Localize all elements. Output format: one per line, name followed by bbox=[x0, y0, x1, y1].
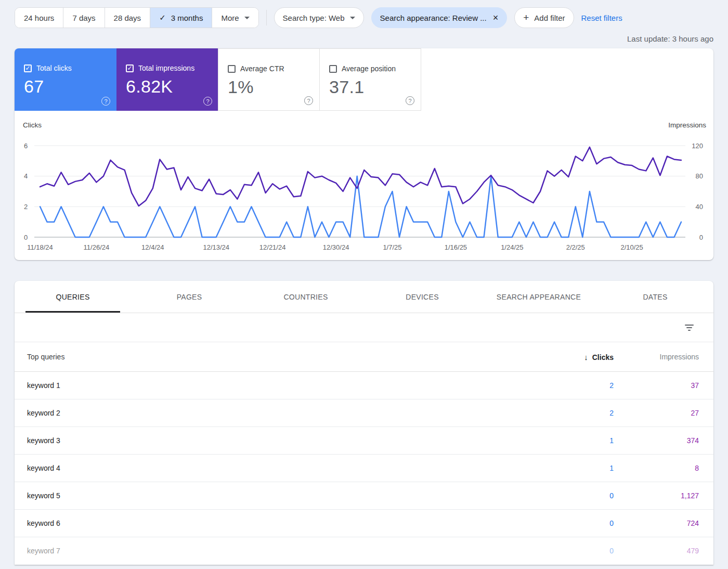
right-axis-title: Impressions bbox=[668, 121, 706, 129]
impressions-cell: 724 bbox=[614, 519, 713, 527]
checkbox-checked-icon[interactable]: ✓ bbox=[24, 64, 32, 72]
query-cell: keyword 1 bbox=[15, 381, 530, 390]
svg-text:1/7/25: 1/7/25 bbox=[383, 243, 401, 251]
clicks-impressions-line-chart: 02460408012011/18/2411/26/2412/4/2412/13… bbox=[15, 130, 713, 255]
clicks-cell: 1 bbox=[530, 436, 614, 445]
help-icon[interactable]: ? bbox=[203, 97, 212, 106]
query-cell: keyword 3 bbox=[15, 436, 530, 445]
impressions-cell: 374 bbox=[614, 436, 713, 445]
performance-overview-card: ✓ Total clicks 67 ? ✓ Total impressions … bbox=[15, 48, 713, 260]
svg-text:40: 40 bbox=[696, 203, 703, 211]
svg-text:12/13/24: 12/13/24 bbox=[203, 243, 229, 251]
total-impressions-tile[interactable]: ✓ Total impressions 6.82K ? bbox=[116, 48, 218, 111]
clicks-cell: 0 bbox=[530, 492, 614, 500]
average-position-tile[interactable]: Average position 37.1 ? bbox=[319, 48, 421, 111]
search-type-chip[interactable]: Search type: Web bbox=[274, 7, 364, 28]
range-label: 24 hours bbox=[24, 14, 54, 22]
range-24-hours[interactable]: 24 hours bbox=[15, 8, 63, 28]
left-axis-title: Clicks bbox=[23, 121, 42, 129]
query-cell: keyword 6 bbox=[15, 519, 530, 527]
add-filter-label: Add filter bbox=[534, 14, 565, 22]
metric-value: 6.82K bbox=[126, 76, 209, 97]
query-cell: keyword 4 bbox=[15, 464, 530, 472]
impressions-cell: 27 bbox=[614, 409, 713, 417]
search-appearance-chip[interactable]: Search appearance: Review ... × bbox=[371, 7, 508, 28]
metric-label: Total impressions bbox=[138, 64, 194, 72]
search-type-label: Search type: Web bbox=[283, 14, 345, 22]
average-ctr-tile[interactable]: Average CTR 1% ? bbox=[218, 48, 320, 111]
metric-value: 67 bbox=[24, 76, 107, 97]
filter-bar: 24 hours 7 days 28 days ✓ 3 months More … bbox=[0, 0, 728, 28]
divider bbox=[266, 10, 267, 25]
help-icon[interactable]: ? bbox=[101, 97, 110, 106]
impressions-header[interactable]: Impressions bbox=[614, 353, 713, 361]
top-queries-header: Top queries bbox=[15, 353, 530, 361]
filter-list-icon[interactable] bbox=[682, 321, 697, 334]
help-icon[interactable]: ? bbox=[304, 96, 313, 105]
clicks-cell: 2 bbox=[530, 409, 614, 417]
total-clicks-tile[interactable]: ✓ Total clicks 67 ? bbox=[15, 48, 116, 111]
clicks-cell: 0 bbox=[530, 547, 614, 555]
svg-text:1/24/25: 1/24/25 bbox=[501, 243, 523, 251]
query-cell: keyword 7 bbox=[15, 547, 530, 555]
tab-dates[interactable]: DATES bbox=[597, 281, 713, 313]
close-icon[interactable]: × bbox=[493, 13, 499, 22]
help-icon[interactable]: ? bbox=[406, 96, 414, 105]
table-row[interactable]: keyword 1 2 37 bbox=[15, 372, 713, 399]
last-update-text: Last update: 3 hours ago bbox=[0, 28, 728, 43]
clicks-cell: 2 bbox=[530, 381, 614, 390]
range-28-days[interactable]: 28 days bbox=[105, 8, 150, 28]
add-filter-button[interactable]: + Add filter bbox=[514, 7, 574, 28]
impressions-cell: 1,127 bbox=[614, 492, 713, 500]
checkbox-checked-icon[interactable]: ✓ bbox=[126, 64, 134, 72]
query-cell: keyword 2 bbox=[15, 409, 530, 417]
reset-filters-link[interactable]: Reset filters bbox=[581, 14, 622, 22]
svg-text:12/4/24: 12/4/24 bbox=[141, 243, 164, 251]
sort-descending-icon: ↓ bbox=[584, 353, 588, 361]
metric-value: 1% bbox=[228, 77, 310, 97]
svg-text:2: 2 bbox=[24, 203, 28, 211]
table-row[interactable]: keyword 6 0 724 bbox=[15, 510, 713, 537]
impressions-cell: 8 bbox=[614, 464, 713, 472]
clicks-header-label: Clicks bbox=[592, 353, 614, 361]
metric-label: Total clicks bbox=[36, 64, 72, 72]
date-range-selector: 24 hours 7 days 28 days ✓ 3 months More bbox=[15, 7, 259, 28]
metric-label: Average position bbox=[342, 64, 396, 73]
tab-devices[interactable]: DEVICES bbox=[364, 281, 480, 313]
table-row[interactable]: keyword 3 1 374 bbox=[15, 427, 713, 455]
performance-chart: Clicks Impressions 02460408012011/18/241… bbox=[15, 111, 713, 260]
table-row[interactable]: keyword 5 0 1,127 bbox=[15, 482, 713, 510]
table-toolbar bbox=[15, 313, 713, 342]
chevron-down-icon bbox=[244, 17, 250, 19]
range-label: 3 months bbox=[171, 14, 203, 22]
dimensions-table-card: QUERIES PAGES COUNTRIES DEVICES SEARCH A… bbox=[15, 281, 713, 565]
tab-queries[interactable]: QUERIES bbox=[15, 281, 131, 313]
impressions-cell: 479 bbox=[614, 547, 713, 555]
range-3-months[interactable]: ✓ 3 months bbox=[150, 8, 212, 28]
clicks-sort-header[interactable]: ↓Clicks bbox=[530, 353, 614, 361]
table-row[interactable]: keyword 7 0 479 bbox=[15, 537, 713, 565]
metric-value: 37.1 bbox=[329, 77, 411, 97]
svg-text:12/21/24: 12/21/24 bbox=[259, 243, 286, 251]
checkbox-unchecked-icon[interactable] bbox=[228, 65, 236, 73]
clicks-cell: 0 bbox=[530, 519, 614, 527]
range-7-days[interactable]: 7 days bbox=[63, 8, 104, 28]
tab-countries[interactable]: COUNTRIES bbox=[248, 281, 364, 313]
metric-tiles: ✓ Total clicks 67 ? ✓ Total impressions … bbox=[15, 48, 713, 111]
table-row[interactable]: keyword 2 2 27 bbox=[15, 399, 713, 427]
svg-text:11/26/24: 11/26/24 bbox=[84, 243, 110, 251]
chevron-down-icon bbox=[350, 17, 355, 19]
checkbox-unchecked-icon[interactable] bbox=[329, 65, 337, 73]
plus-icon: + bbox=[523, 12, 529, 23]
svg-text:0: 0 bbox=[699, 234, 703, 241]
range-more-button[interactable]: More bbox=[212, 8, 258, 28]
svg-text:11/18/24: 11/18/24 bbox=[27, 243, 53, 251]
more-label: More bbox=[221, 14, 239, 22]
table-row[interactable]: keyword 4 1 8 bbox=[15, 455, 713, 482]
impressions-cell: 37 bbox=[614, 381, 713, 390]
tab-pages[interactable]: PAGES bbox=[131, 281, 248, 313]
tab-search-appearance[interactable]: SEARCH APPEARANCE bbox=[480, 281, 597, 313]
svg-text:80: 80 bbox=[696, 172, 703, 180]
svg-text:6: 6 bbox=[24, 142, 28, 150]
checkmark-icon: ✓ bbox=[159, 13, 166, 22]
